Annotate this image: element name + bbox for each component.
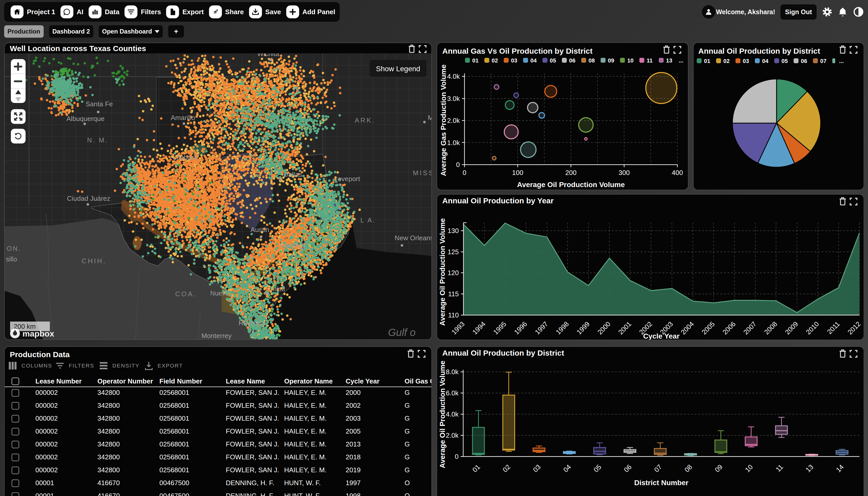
svg-text:G: G [405, 466, 410, 474]
svg-text:200: 200 [565, 169, 577, 176]
svg-text:G: G [405, 440, 410, 448]
svg-text:130: 130 [448, 227, 459, 235]
svg-text:Lease Name: Lease Name [226, 377, 265, 385]
svg-text:4.0k: 4.0k [447, 73, 460, 80]
svg-text:1998: 1998 [554, 320, 570, 336]
svg-text:2000: 2000 [346, 389, 361, 397]
svg-text:Annual Oil Production by Distr: Annual Oil Production by District [442, 348, 564, 357]
svg-text:sillo: sillo [6, 255, 17, 263]
svg-text:13: 13 [666, 57, 672, 64]
svg-text:Average Oil Production Volume: Average Oil Production Volume [517, 181, 625, 189]
svg-text:115: 115 [448, 290, 459, 298]
svg-text:06: 06 [622, 463, 633, 474]
svg-text:Lease Number: Lease Number [35, 377, 81, 385]
svg-text:10: 10 [627, 57, 633, 64]
svg-text:08: 08 [683, 463, 694, 474]
svg-text:07: 07 [820, 58, 826, 64]
svg-text:HAILEY, E. M.: HAILEY, E. M. [284, 427, 327, 435]
svg-text:02568001: 02568001 [160, 402, 189, 409]
svg-text:G: G [405, 427, 410, 435]
svg-text:FOWLER, SAN J.: FOWLER, SAN J. [226, 415, 279, 422]
svg-text:00467500: 00467500 [160, 492, 189, 496]
svg-text:FOWLER, SAN J.: FOWLER, SAN J. [226, 389, 279, 397]
svg-text:G: G [405, 389, 410, 397]
svg-text:Production Data: Production Data [10, 350, 70, 359]
svg-text:0: 0 [463, 169, 466, 176]
svg-text:120: 120 [448, 269, 459, 277]
svg-text:00001: 00001 [35, 479, 54, 487]
svg-text:Annual Oil Production by Year: Annual Oil Production by Year [442, 196, 554, 205]
svg-text:11: 11 [774, 463, 784, 473]
svg-text:01: 01 [471, 463, 482, 474]
svg-text:05: 05 [781, 58, 788, 64]
svg-text:O: O [405, 479, 410, 487]
svg-text:Tu: Tu [292, 87, 299, 94]
svg-text:416670: 416670 [98, 492, 120, 496]
svg-text:FILTERS: FILTERS [69, 362, 94, 369]
svg-text:1994: 1994 [471, 320, 487, 336]
svg-text:342800: 342800 [98, 440, 120, 448]
svg-text:DENNING, H. F.: DENNING, H. F. [226, 479, 274, 487]
svg-text:416670: 416670 [98, 479, 120, 487]
svg-text:O: O [405, 492, 410, 496]
svg-text:Cycle Year: Cycle Year [643, 332, 679, 340]
svg-text:EXPORT: EXPORT [158, 362, 183, 369]
svg-text:FOWLER, SAN J.: FOWLER, SAN J. [226, 453, 279, 461]
svg-text:00467500: 00467500 [160, 479, 189, 487]
svg-text:Average Gas Production Volume: Average Gas Production Volume [439, 64, 447, 176]
svg-text:hristi: hristi [271, 285, 285, 293]
svg-text:100: 100 [512, 169, 523, 176]
svg-text:342800: 342800 [98, 402, 120, 409]
svg-text:05: 05 [592, 463, 603, 474]
svg-text:L A.: L A. [360, 216, 376, 224]
svg-text:2005: 2005 [700, 320, 716, 336]
svg-text:Operator Number: Operator Number [98, 377, 153, 385]
svg-text:05: 05 [550, 57, 556, 64]
svg-text:342800: 342800 [98, 415, 120, 422]
svg-text:G: G [405, 402, 410, 409]
svg-text:ON.: ON. [7, 245, 21, 252]
svg-text:342800: 342800 [98, 453, 120, 461]
svg-text:Ciudad Juárez: Ciudad Juárez [67, 195, 110, 202]
svg-text:Field Number: Field Number [160, 377, 202, 385]
svg-text:Average Oil Production Volume: Average Oil Production Volume [438, 218, 446, 326]
svg-text:2013: 2013 [346, 440, 361, 448]
svg-text:000002: 000002 [35, 402, 58, 409]
svg-text:342800: 342800 [98, 427, 120, 435]
svg-text:FOWLER, SAN J.: FOWLER, SAN J. [226, 402, 279, 409]
svg-text:DENNING, H. F.: DENNING, H. F. [226, 492, 274, 496]
svg-text:000002: 000002 [35, 440, 58, 448]
svg-text:4.0k: 4.0k [446, 410, 459, 418]
svg-text:03: 03 [743, 58, 749, 64]
svg-text:01: 01 [704, 58, 710, 64]
svg-text:14: 14 [834, 463, 845, 474]
svg-text:2001: 2001 [617, 320, 633, 336]
svg-text:03: 03 [532, 463, 542, 474]
svg-text:000002: 000002 [35, 453, 58, 461]
svg-text:Albuquerque: Albuquerque [66, 115, 104, 123]
svg-text:Houston: Houston [280, 241, 305, 249]
svg-text:ARK.: ARK. [355, 117, 376, 124]
svg-text:FOWLER, SAN J.: FOWLER, SAN J. [226, 466, 279, 474]
svg-text:02568001: 02568001 [160, 427, 189, 435]
svg-text:2007: 2007 [742, 320, 758, 336]
svg-text:Nuevo: Nuevo [210, 290, 229, 297]
svg-text:2010: 2010 [805, 320, 821, 336]
svg-text:10: 10 [744, 463, 754, 474]
svg-text:1999: 1999 [575, 320, 591, 336]
svg-text:HAILEY, E. M.: HAILEY, E. M. [284, 453, 327, 461]
svg-text:HUNT, W. F.: HUNT, W. F. [284, 492, 321, 496]
svg-text:G: G [405, 453, 410, 461]
svg-text:06: 06 [801, 58, 807, 64]
svg-text:Dallas: Dallas [283, 171, 302, 178]
svg-text:02568001: 02568001 [160, 415, 189, 422]
svg-text:2012: 2012 [846, 320, 862, 336]
svg-text:FOWLER, SAN J.: FOWLER, SAN J. [226, 440, 279, 448]
svg-text:HAILEY, E. M.: HAILEY, E. M. [284, 466, 327, 474]
svg-text:HAILEY, E. M.: HAILEY, E. M. [284, 389, 327, 397]
svg-text:2002: 2002 [346, 402, 361, 409]
svg-text:Monterrey: Monterrey [201, 332, 231, 340]
svg-text:125: 125 [448, 248, 459, 256]
svg-text:13: 13 [804, 463, 815, 474]
svg-text:000002: 000002 [35, 427, 58, 435]
